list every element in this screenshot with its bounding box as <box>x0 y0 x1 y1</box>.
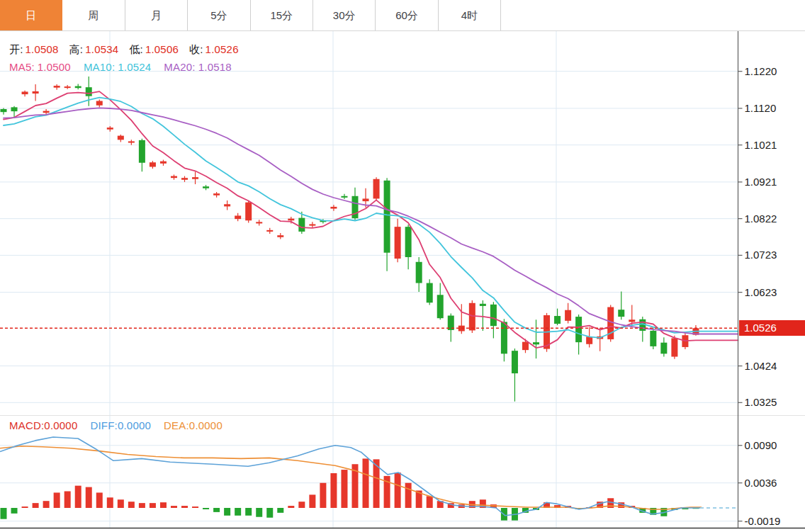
macd-bar <box>1 508 7 519</box>
candle-body <box>256 222 262 223</box>
macd-axis-label: 0.0036 <box>745 477 777 489</box>
macd-bar <box>96 492 103 508</box>
candle-body <box>480 304 486 306</box>
close-value: 1.0526 <box>206 43 239 55</box>
ma5-label: MA5: <box>9 61 35 73</box>
candle-body <box>277 235 283 237</box>
macd-histogram <box>1 458 699 520</box>
candle <box>96 99 103 107</box>
tab-60min[interactable]: 60分 <box>376 0 438 30</box>
candle <box>660 337 667 356</box>
candle-body <box>150 162 156 166</box>
price-axis-label: 1.0424 <box>745 360 777 372</box>
candle-body <box>107 128 113 130</box>
candle-body <box>33 91 39 94</box>
tab-day[interactable]: 日 <box>0 0 62 30</box>
candle-body <box>522 342 529 350</box>
candle <box>395 219 401 263</box>
high-label: 高: <box>69 43 84 55</box>
tab-30min[interactable]: 30分 <box>313 0 376 30</box>
candle <box>11 106 18 117</box>
macd-bar <box>181 506 188 508</box>
dea-value: 0.0000 <box>189 419 223 431</box>
timeframe-tabbar: 日周月5分15分30分60分4时 <box>0 0 805 31</box>
candle-body <box>11 107 18 111</box>
candle <box>597 328 603 351</box>
ma20-label: MA20: <box>164 61 195 73</box>
candle <box>203 185 209 190</box>
candle-body <box>650 331 656 346</box>
candle-body <box>469 303 475 331</box>
candlestick-chart[interactable]: 1.12201.11201.10211.09211.08221.07231.06… <box>0 31 805 532</box>
candle-body <box>43 111 50 113</box>
macd-bar <box>224 508 230 516</box>
candle <box>1 108 7 114</box>
candle <box>650 328 656 349</box>
candle <box>437 283 444 320</box>
macd-bar <box>43 501 50 508</box>
candle <box>150 161 156 169</box>
trading-chart-app: 日周月5分15分30分60分4时 1.12201.11201.10211.092… <box>0 0 805 532</box>
tab-5min[interactable]: 5分 <box>188 0 250 30</box>
low-label: 低: <box>129 43 143 55</box>
macd-bar <box>309 494 315 508</box>
macd-bar <box>395 472 401 508</box>
high-value: 1.0534 <box>85 43 118 55</box>
candle-body <box>512 351 518 373</box>
candle <box>416 257 422 292</box>
candle <box>427 279 433 305</box>
price-axis: 1.12201.11201.10211.09211.08221.07231.06… <box>738 65 781 527</box>
candle-body <box>586 336 592 344</box>
candle-body <box>405 227 412 257</box>
candle-body <box>501 322 507 353</box>
price-axis-label: 1.0723 <box>745 249 777 261</box>
tab-month[interactable]: 月 <box>125 0 188 30</box>
candle-body <box>533 342 539 344</box>
candle <box>256 220 262 225</box>
candle <box>22 91 28 96</box>
candle-body <box>309 224 315 225</box>
macd-bar <box>192 506 198 508</box>
ma10-line <box>4 98 738 338</box>
macd-bar <box>128 502 135 508</box>
candle <box>160 160 167 166</box>
ma-legend: MA5:1.0500MA10:1.0524MA20:1.0518 <box>9 61 235 73</box>
candle <box>384 178 390 271</box>
candle <box>618 292 624 320</box>
candle-body <box>235 215 241 219</box>
candle-body <box>618 310 624 317</box>
tab-15min[interactable]: 15分 <box>251 0 313 30</box>
candle-body <box>224 204 230 206</box>
ma20-value: 1.0518 <box>198 61 232 73</box>
macd-bar <box>298 502 305 508</box>
candle-body <box>64 86 71 88</box>
ma5-line <box>4 91 738 348</box>
tab-4hour[interactable]: 4时 <box>439 0 501 30</box>
candle <box>512 349 518 402</box>
macd-bar <box>11 508 18 514</box>
candle <box>118 135 124 142</box>
macd-bar <box>107 497 113 508</box>
price-axis-label: 1.0623 <box>745 286 777 298</box>
candle-body <box>54 86 60 88</box>
candle-body <box>245 203 252 221</box>
candle-body <box>22 91 28 94</box>
macd-bar <box>54 492 60 508</box>
candle-body <box>554 316 561 324</box>
candle-body <box>416 262 422 283</box>
candle <box>565 303 571 324</box>
macd-bar <box>33 503 39 508</box>
tab-week[interactable]: 周 <box>62 0 125 30</box>
macd-bar <box>341 470 347 508</box>
candle-body <box>288 219 294 221</box>
low-value: 1.0506 <box>145 43 179 55</box>
macd-bar <box>64 491 71 508</box>
diff-line <box>0 437 700 516</box>
candle-body <box>96 101 103 105</box>
candle-body <box>395 227 401 259</box>
macd-label: MACD: <box>9 419 44 431</box>
candle-body <box>490 305 497 326</box>
candle-body <box>1 109 7 112</box>
macd-bar <box>118 499 124 508</box>
candle <box>490 302 497 338</box>
